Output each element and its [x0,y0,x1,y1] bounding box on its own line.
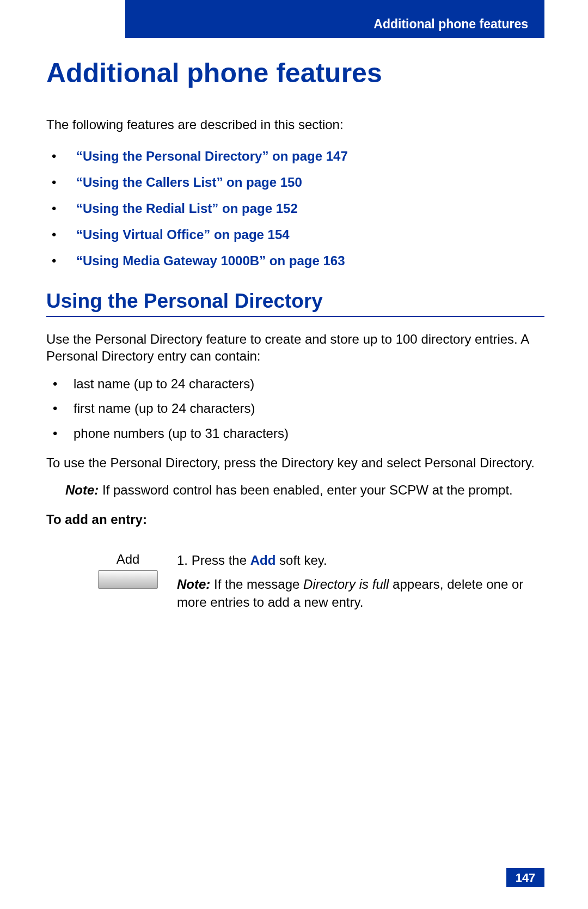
toc-link[interactable]: “Using the Personal Directory” on page 1… [46,147,544,166]
step-number: 1. [177,553,188,568]
section-title: Using the Personal Directory [46,290,544,317]
toc-link[interactable]: “Using Media Gateway 1000B” on page 163 [46,251,544,271]
keyword-add: Add [250,553,276,568]
header-section-label: Additional phone features [373,17,528,32]
toc-link-list: “Using the Personal Directory” on page 1… [46,147,544,271]
chapter-title: Additional phone features [46,57,544,89]
softkey-column: Add [46,552,166,589]
intro-text: The following features are described in … [46,116,544,133]
procedure-subhead: To add an entry: [46,512,544,527]
list-item: last name (up to 24 characters) [46,375,544,393]
softkey-button-icon [98,570,158,589]
header-bar: Additional phone features [125,0,544,38]
page-number: 147 [506,868,544,887]
note-label: Note: [177,577,210,591]
softkey-label: Add [90,552,166,567]
page-content: Additional phone features The following … [46,57,544,611]
step-text-suffix: soft key. [275,553,327,568]
list-item: phone numbers (up to 31 characters) [46,424,544,443]
step-row: Add 1. Press the Add soft key. Note: If … [46,552,544,611]
step-note-italic: Directory is full [303,577,389,591]
section-para: Use the Personal Directory feature to cr… [46,331,544,364]
list-item: first name (up to 24 characters) [46,399,544,418]
step-note: Note: If the message Directory is full a… [177,576,544,611]
toc-link[interactable]: “Using the Callers List” on page 150 [46,173,544,192]
section-para: To use the Personal Directory, press the… [46,454,544,471]
entry-contents-list: last name (up to 24 characters) first na… [46,375,544,443]
step-text: 1. Press the Add soft key. Note: If the … [177,552,544,611]
step-instruction: 1. Press the Add soft key. [177,552,544,569]
note-block: Note: If password control has been enabl… [65,481,544,498]
step-note-prefix: If the message [210,577,303,591]
note-text: If password control has been enabled, en… [99,483,512,497]
step-text-prefix: Press the [192,553,250,568]
note-label: Note: [65,483,99,497]
toc-link[interactable]: “Using the Redial List” on page 152 [46,199,544,218]
toc-link[interactable]: “Using Virtual Office” on page 154 [46,225,544,245]
